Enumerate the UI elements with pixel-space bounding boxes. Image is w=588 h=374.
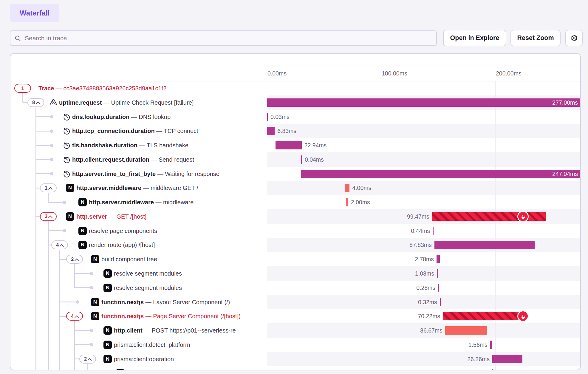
- span-label: http.server.middleware — middleware GET …: [76, 181, 198, 195]
- span-tree-cell: 2Nprisma:client:operation: [10, 352, 267, 366]
- span-row[interactable]: Nfunction.nextjs — Layout Server Compone…: [10, 295, 580, 309]
- profile-flame-badge[interactable]: [517, 211, 529, 222]
- tree-connector-stub: [36, 131, 52, 132]
- span-duration-bar[interactable]: [276, 141, 302, 149]
- duration-label: 0.32ms: [418, 295, 437, 309]
- span-row[interactable]: tls.handshake.duration — TLS handshake22…: [10, 138, 580, 152]
- span-row[interactable]: 4Nrender route (app) /[host]87.83ms: [10, 238, 580, 252]
- leaf-dot: [50, 158, 53, 161]
- tree-connector-stub: [75, 358, 79, 359]
- row-stripe: [267, 124, 580, 138]
- search-input[interactable]: [24, 34, 432, 42]
- span-row[interactable]: Nresolve segment modules0.28ms: [10, 281, 580, 295]
- clock-history-icon: [63, 113, 71, 121]
- span-row[interactable]: http.server.time_to_first_byte — Waiting…: [10, 167, 580, 181]
- span-row[interactable]: Nhttp.server.middleware — middleware2.00…: [10, 195, 580, 209]
- gear-icon: [570, 34, 578, 42]
- span-duration-bar[interactable]: [492, 369, 493, 370]
- nextjs-icon: N: [103, 269, 112, 278]
- chevron-up-icon: [36, 102, 40, 106]
- tree-connector-stub: [36, 159, 52, 160]
- expand-children-badge[interactable]: 1: [40, 183, 57, 192]
- span-row[interactable]: 8uptime.request — Uptime Check Request […: [10, 95, 580, 110]
- span-tree-cell: 2Nbuild component tree: [10, 252, 267, 266]
- tree-connector-stub: [48, 230, 64, 231]
- span-row[interactable]: 3Nhttp.server — GET /[host]99.47ms: [10, 209, 580, 224]
- span-duration-bar[interactable]: [437, 255, 440, 263]
- span-label: tls.handshake.duration — TLS handshake: [72, 138, 188, 152]
- span-row[interactable]: 2Nprisma:client:operation26.26ms: [10, 352, 580, 366]
- span-row[interactable]: Nhttp.client — POST https://p01--serverl…: [10, 323, 580, 338]
- span-row[interactable]: http.tcp_connection.duration — TCP conne…: [10, 124, 580, 138]
- trace-row[interactable]: 1Trace — cc3ae3748883563a926c253d9aa1c1f…: [10, 81, 580, 95]
- span-row[interactable]: http.client.request.duration — Send requ…: [10, 152, 580, 167]
- nextjs-icon: N: [78, 227, 87, 235]
- span-tree-cell: Nprisma:client:serialize: [10, 366, 267, 370]
- span-label: function.nextjs — Layout Server Componen…: [101, 295, 230, 309]
- span-row[interactable]: 4Nfunction.nextjs — Page Server Componen…: [10, 309, 580, 323]
- profile-flame-badge[interactable]: [517, 310, 529, 322]
- tree-connector-stub: [48, 245, 51, 245]
- open-in-explore-button[interactable]: Open in Explore: [443, 30, 506, 46]
- span-duration-bar[interactable]: [490, 341, 492, 349]
- span-duration-bar[interactable]: [492, 355, 522, 363]
- span-row[interactable]: 1Nhttp.server.middleware — middleware GE…: [10, 181, 580, 195]
- span-row[interactable]: 2Nbuild component tree2.78ms: [10, 252, 580, 266]
- tree-connector-stub: [75, 287, 91, 288]
- expand-children-badge[interactable]: 4: [51, 240, 68, 249]
- expand-children-badge[interactable]: 2: [66, 255, 83, 264]
- span-duration-bar[interactable]: 247.04ms: [301, 170, 580, 178]
- reset-zoom-button[interactable]: Reset Zoom: [510, 30, 561, 46]
- span-duration-bar[interactable]: [438, 284, 439, 292]
- duration-label: 36.67ms: [420, 323, 442, 338]
- span-row[interactable]: Nresolve page components0.44ms: [10, 224, 580, 238]
- span-label: resolve page components: [89, 224, 157, 238]
- span-label: uptime.request — Uptime Check Request [f…: [59, 95, 194, 110]
- tree-connector-stub: [36, 116, 52, 117]
- settings-button[interactable]: [565, 30, 583, 46]
- span-duration-bar[interactable]: [433, 227, 434, 235]
- expand-children-badge[interactable]: 2: [79, 355, 96, 364]
- span-duration-bar[interactable]: [345, 184, 349, 192]
- chevron-up-icon: [60, 244, 64, 248]
- nextjs-icon: N: [91, 298, 99, 306]
- duration-label: 87.83ms: [409, 238, 432, 252]
- span-row[interactable]: Nresolve segment modules1.03ms: [10, 266, 580, 281]
- span-duration-bar[interactable]: [445, 326, 487, 335]
- timeline-minimap[interactable]: [267, 54, 580, 66]
- leaf-dot: [50, 144, 53, 147]
- expand-children-badge[interactable]: 8: [27, 98, 44, 107]
- duration-label: 99.47ms: [407, 209, 429, 224]
- span-duration-bar[interactable]: [301, 155, 302, 164]
- span-duration-bar[interactable]: [267, 127, 275, 135]
- span-row[interactable]: Nprisma:client:serialize0.23ms: [10, 366, 580, 370]
- duration-label: 0.28ms: [416, 281, 435, 295]
- span-tree-cell: http.client.request.duration — Send requ…: [10, 152, 267, 167]
- expand-children-badge[interactable]: 4: [66, 312, 83, 321]
- search-bar[interactable]: [10, 30, 437, 46]
- span-row[interactable]: dns.lookup.duration — DNS lookup0.03ms: [10, 110, 580, 124]
- row-stripe: [267, 181, 580, 195]
- trace-waterfall-panel: 0.00ms100.00ms200.00ms 1Trace — cc3ae374…: [10, 53, 581, 370]
- tab-waterfall[interactable]: Waterfall: [10, 4, 59, 22]
- span-duration-bar[interactable]: 277.00ms: [267, 98, 580, 107]
- axis-tick-label: 200.00ms: [496, 66, 522, 81]
- span-duration-bar[interactable]: [346, 198, 348, 206]
- span-duration-bar[interactable]: [434, 241, 535, 249]
- nextjs-icon: N: [91, 255, 99, 263]
- span-duration-bar[interactable]: [440, 298, 441, 306]
- expand-children-badge[interactable]: 3: [40, 212, 57, 221]
- span-duration-bar[interactable]: [443, 312, 523, 320]
- expand-children-badge[interactable]: 1: [14, 84, 31, 93]
- timeline-axis: 0.00ms100.00ms200.00ms: [267, 66, 580, 81]
- span-duration-bar[interactable]: [437, 269, 438, 278]
- span-tree-cell: 3Nhttp.server — GET /[host]: [10, 209, 267, 224]
- span-row[interactable]: Nprisma:client:detect_platform1.56ms: [10, 338, 580, 352]
- duration-label: 277.00ms: [552, 98, 578, 107]
- duration-label: 0.03ms: [270, 110, 290, 124]
- tree-timeline-divider[interactable]: [267, 54, 267, 370]
- span-label: http.tcp_connection.duration — TCP conne…: [72, 124, 198, 138]
- leaf-dot: [76, 300, 79, 304]
- span-rows-container: 1Trace — cc3ae3748883563a926c253d9aa1c1f…: [10, 54, 580, 370]
- duration-label: 2.00ms: [351, 195, 370, 209]
